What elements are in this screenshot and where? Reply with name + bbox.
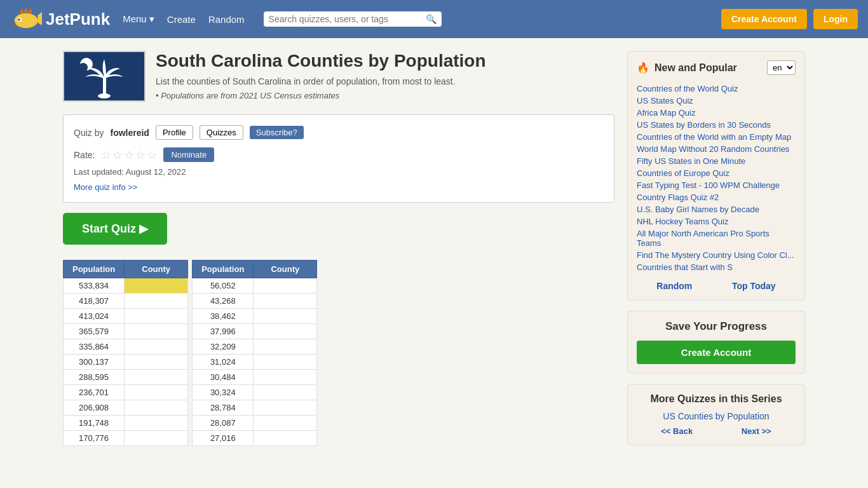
- popular-links: Countries of the World QuizUS States Qui…: [637, 83, 796, 273]
- county-cell: [254, 355, 317, 370]
- popular-link-item[interactable]: World Map Without 20 Random Countries: [637, 143, 796, 155]
- header-create-account-button[interactable]: Create Account: [721, 9, 807, 29]
- quiz-header: South Carolina Counties by Population Li…: [63, 51, 614, 102]
- left-data-table: Population County 533,834418,307413,0243…: [63, 260, 188, 446]
- table-row: 236,701: [64, 385, 188, 400]
- more-quizzes-box: More Quizzes in this Series US Counties …: [627, 384, 805, 445]
- svg-rect-8: [103, 77, 106, 96]
- quiz-meta: Quiz by fowlereid Profile Quizzes Subscr…: [74, 125, 604, 140]
- star-rating[interactable]: ☆ ☆ ☆ ☆ ☆: [101, 148, 157, 162]
- table-row: 191,748: [64, 416, 188, 431]
- popular-footer: Random Top Today: [637, 281, 796, 291]
- random-footer-link[interactable]: Random: [656, 281, 692, 291]
- quiz-note: • Populations are from 2021 US Census es…: [156, 91, 339, 100]
- series-next-link[interactable]: Next >>: [742, 426, 771, 436]
- population-cell: 300,137: [64, 355, 125, 370]
- start-quiz-button[interactable]: Start Quiz ▶: [63, 213, 167, 245]
- svg-point-6: [18, 18, 20, 20]
- population-cell: 28,784: [193, 400, 254, 416]
- svg-marker-2: [24, 7, 29, 12]
- table-row: 28,784: [193, 400, 317, 416]
- population-cell: 236,701: [64, 385, 125, 400]
- more-quizzes-title: More Quizzes in this Series: [637, 393, 796, 405]
- fire-icon: 🔥: [637, 62, 649, 74]
- header-login-button[interactable]: Login: [813, 9, 858, 29]
- series-back-link[interactable]: << Back: [661, 426, 693, 436]
- population-cell: 38,462: [193, 309, 254, 324]
- popular-link-item[interactable]: All Major North American Pro Sports Team…: [637, 227, 796, 249]
- nominate-button[interactable]: Nominate: [163, 147, 214, 162]
- save-progress-box: Save Your Progress Create Account: [627, 311, 805, 374]
- nav-links: Menu ▾ Create Random: [123, 13, 244, 25]
- star-5[interactable]: ☆: [147, 148, 157, 162]
- save-create-account-button[interactable]: Create Account: [637, 341, 796, 364]
- population-cell: 418,307: [64, 294, 125, 309]
- popular-link-item[interactable]: U.S. Baby Girl Names by Decade: [637, 203, 796, 215]
- popular-link-item[interactable]: Countries that Start with S: [637, 261, 796, 273]
- county-cell: [254, 385, 317, 400]
- last-updated-text: Last updated: August 12, 2022: [74, 167, 604, 177]
- right-pop-header: Population: [193, 261, 254, 278]
- county-cell: [125, 416, 188, 431]
- table-row: 32,209: [193, 339, 317, 355]
- series-nav: << Back Next >>: [637, 426, 796, 436]
- popular-link-item[interactable]: Fifty US States in One Minute: [637, 155, 796, 167]
- table-row: 288,595: [64, 370, 188, 385]
- random-link[interactable]: Random: [208, 14, 245, 25]
- county-cell: [254, 431, 317, 446]
- county-cell: [254, 416, 317, 431]
- profile-button[interactable]: Profile: [156, 125, 193, 140]
- popular-link-item[interactable]: Find The Mystery Country Using Color Cl.…: [637, 249, 796, 261]
- popular-link-item[interactable]: Country Flags Quiz #2: [637, 191, 796, 203]
- header-buttons: Create Account Login: [721, 9, 858, 29]
- language-select[interactable]: en es fr de: [767, 60, 796, 75]
- data-tables: Population County 533,834418,307413,0243…: [63, 260, 614, 446]
- popular-link-item[interactable]: NHL Hockey Teams Quiz: [637, 215, 796, 227]
- population-cell: 206,908: [64, 400, 125, 416]
- table-row: 37,996: [193, 324, 317, 339]
- star-1[interactable]: ☆: [101, 148, 111, 162]
- county-cell: [125, 278, 188, 294]
- county-cell: [254, 339, 317, 355]
- quiz-info-box: Quiz by fowlereid Profile Quizzes Subscr…: [63, 114, 614, 203]
- population-cell: 335,864: [64, 339, 125, 355]
- popular-link-item[interactable]: Africa Map Quiz: [637, 107, 796, 119]
- star-3[interactable]: ☆: [124, 148, 134, 162]
- popular-link-item[interactable]: Countries of Europe Quiz: [637, 167, 796, 179]
- search-icon: 🔍: [426, 14, 437, 24]
- svg-marker-1: [20, 8, 24, 13]
- quizzes-button[interactable]: Quizzes: [200, 125, 243, 140]
- star-4[interactable]: ☆: [135, 148, 146, 162]
- series-quiz-link[interactable]: US Counties by Population: [637, 411, 796, 421]
- population-cell: 30,484: [193, 370, 254, 385]
- top-today-footer-link[interactable]: Top Today: [732, 281, 776, 291]
- logo-area[interactable]: JetPunk: [10, 5, 110, 33]
- star-2[interactable]: ☆: [112, 148, 123, 162]
- subscribe-button[interactable]: Subscribe?: [250, 126, 304, 139]
- search-input[interactable]: [269, 14, 423, 24]
- popular-link-item[interactable]: Fast Typing Test - 100 WPM Challenge: [637, 179, 796, 191]
- county-cell: [125, 324, 188, 339]
- popular-link-item[interactable]: US States by Borders in 30 Seconds: [637, 119, 796, 131]
- table-row: 30,324: [193, 385, 317, 400]
- quiz-description: List the counties of South Carolina in o…: [156, 76, 486, 86]
- quiz-title: South Carolina Counties by Population: [156, 51, 486, 71]
- population-cell: 413,024: [64, 309, 125, 324]
- table-row: 38,462: [193, 309, 317, 324]
- popular-link-item[interactable]: US States Quiz: [637, 95, 796, 107]
- population-cell: 56,052: [193, 278, 254, 294]
- more-info-link[interactable]: More quiz info >>: [74, 182, 137, 192]
- left-table-body: 533,834418,307413,024365,579335,864300,1…: [64, 278, 188, 446]
- county-cell: [125, 400, 188, 416]
- popular-link-item[interactable]: Countries of the World Quiz: [637, 83, 796, 95]
- table-row: 31,024: [193, 355, 317, 370]
- population-cell: 365,579: [64, 324, 125, 339]
- table-row: 170,776: [64, 431, 188, 446]
- popular-link-item[interactable]: Countries of the World with an Empty Map: [637, 131, 796, 143]
- menu-link[interactable]: Menu ▾: [123, 13, 154, 25]
- save-progress-title: Save Your Progress: [637, 320, 796, 333]
- county-cell: [125, 339, 188, 355]
- table-row: 27,016: [193, 431, 317, 446]
- create-link[interactable]: Create: [167, 14, 196, 25]
- new-popular-title: New and Popular: [654, 62, 737, 74]
